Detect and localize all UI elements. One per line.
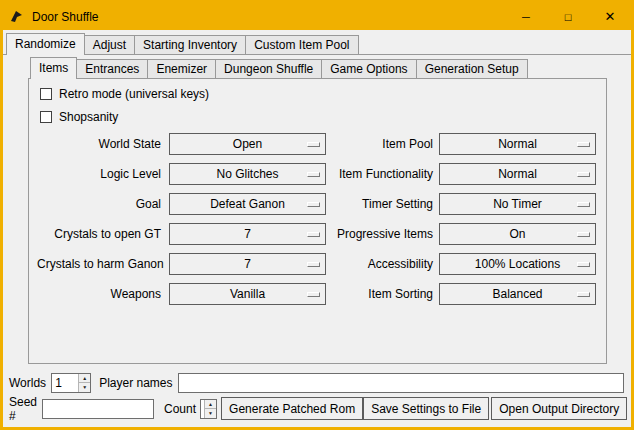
crystals-open-gt-dropdown[interactable]: 7 <box>169 223 326 245</box>
spin-up-icon[interactable]: ▲ <box>79 374 90 383</box>
save-settings-button[interactable]: Save Settings to File <box>363 397 489 420</box>
progressive-items-label: Progressive Items <box>326 227 433 241</box>
crystals-harm-ganon-dropdown[interactable]: 7 <box>169 253 326 275</box>
weapons-dropdown[interactable]: Vanilla <box>169 283 326 305</box>
option-row: Goal Defeat Ganon Timer Setting No Timer <box>37 193 606 215</box>
goal-label: Goal <box>37 197 161 211</box>
goal-dropdown[interactable]: Defeat Ganon <box>169 193 326 215</box>
dropdown-indicator-icon <box>307 232 320 237</box>
dropdown-indicator-icon <box>577 262 590 267</box>
tab-generation-setup[interactable]: Generation Setup <box>416 59 528 79</box>
items-pane: Retro mode (universal keys) Shopsanity W… <box>28 78 607 364</box>
worlds-label: Worlds <box>9 376 46 390</box>
dropdown-indicator-icon <box>577 292 590 297</box>
crystals-open-gt-label: Crystals to open GT <box>37 227 161 241</box>
seed-input[interactable] <box>42 399 154 419</box>
item-sorting-dropdown[interactable]: Balanced <box>439 283 596 305</box>
count-spinbox[interactable]: ▲ ▼ <box>200 399 217 419</box>
tab-adjust[interactable]: Adjust <box>84 35 135 55</box>
progressive-items-dropdown[interactable]: On <box>439 223 596 245</box>
dropdown-indicator-icon <box>307 142 320 147</box>
item-functionality-label: Item Functionality <box>326 167 433 181</box>
spin-down-icon[interactable]: ▼ <box>205 408 216 418</box>
sub-tab-bar: Items Entrances Enemizer Dungeon Shuffle… <box>30 57 527 79</box>
dropdown-value: 7 <box>244 257 251 271</box>
weapons-label: Weapons <box>37 287 161 301</box>
dropdown-indicator-icon <box>307 292 320 297</box>
dropdown-value: No Glitches <box>216 167 278 181</box>
dropdown-indicator-icon <box>307 262 320 267</box>
seed-label: Seed # <box>9 395 37 423</box>
close-icon[interactable]: ✕ <box>589 3 631 30</box>
dropdown-value: Vanilla <box>230 287 265 301</box>
player-names-input[interactable] <box>178 373 625 393</box>
seed-row: Seed # Count ▲ ▼ Generate Patched Rom Sa… <box>9 397 624 420</box>
titlebar: Door Shuffle ─ □ ✕ <box>3 3 631 30</box>
worlds-spinbox[interactable]: ▲ ▼ <box>51 373 91 393</box>
tab-game-options[interactable]: Game Options <box>321 59 416 79</box>
shopsanity-checkbox[interactable] <box>40 111 52 123</box>
option-row: Crystals to open GT 7 Progressive Items … <box>37 223 606 245</box>
dropdown-value: No Timer <box>493 197 542 211</box>
generate-patched-rom-button[interactable]: Generate Patched Rom <box>221 397 363 420</box>
retro-mode-label: Retro mode (universal keys) <box>59 87 209 101</box>
open-output-directory-button[interactable]: Open Output Directory <box>491 397 627 420</box>
shopsanity-label: Shopsanity <box>59 110 118 124</box>
dropdown-value: On <box>509 227 525 241</box>
item-pool-label: Item Pool <box>326 137 433 151</box>
retro-mode-row: Retro mode (universal keys) <box>40 87 209 101</box>
window-controls: ─ □ ✕ <box>505 3 631 30</box>
dropdown-value: 100% Locations <box>475 257 560 271</box>
item-sorting-label: Item Sorting <box>326 287 433 301</box>
dropdown-indicator-icon <box>577 202 590 207</box>
maximize-icon[interactable]: □ <box>547 3 589 30</box>
tab-starting-inventory[interactable]: Starting Inventory <box>134 35 246 55</box>
tab-randomize[interactable]: Randomize <box>6 33 85 55</box>
count-label: Count <box>164 402 196 416</box>
timer-setting-dropdown[interactable]: No Timer <box>439 193 596 215</box>
count-spin-buttons: ▲ ▼ <box>204 400 216 418</box>
dropdown-value: Defeat Ganon <box>210 197 285 211</box>
crystals-harm-ganon-label: Crystals to harm Ganon <box>37 257 161 271</box>
option-row: Logic Level No Glitches Item Functionali… <box>37 163 606 185</box>
dropdown-value: Open <box>233 137 262 151</box>
accessibility-dropdown[interactable]: 100% Locations <box>439 253 596 275</box>
dropdown-value: Normal <box>498 137 537 151</box>
app-icon <box>9 9 24 24</box>
shopsanity-row: Shopsanity <box>40 110 118 124</box>
item-functionality-dropdown[interactable]: Normal <box>439 163 596 185</box>
dropdown-indicator-icon <box>577 172 590 177</box>
worlds-spin-buttons: ▲ ▼ <box>78 374 90 392</box>
tab-entrances[interactable]: Entrances <box>76 59 148 79</box>
spin-up-icon[interactable]: ▲ <box>205 400 216 409</box>
minimize-icon[interactable]: ─ <box>505 3 547 30</box>
dropdown-value: Balanced <box>492 287 542 301</box>
dropdown-indicator-icon <box>577 142 590 147</box>
tab-items[interactable]: Items <box>30 57 77 79</box>
retro-mode-checkbox[interactable] <box>40 88 52 100</box>
dropdown-indicator-icon <box>307 202 320 207</box>
option-row: Weapons Vanilla Item Sorting Balanced <box>37 283 606 305</box>
dropdown-indicator-icon <box>577 232 590 237</box>
tab-enemizer[interactable]: Enemizer <box>147 59 216 79</box>
logic-level-label: Logic Level <box>37 167 161 181</box>
main-tab-bar: Randomize Adjust Starting Inventory Cust… <box>6 33 358 55</box>
logic-level-dropdown[interactable]: No Glitches <box>169 163 326 185</box>
accessibility-label: Accessibility <box>326 257 433 271</box>
option-row: Crystals to harm Ganon 7 Accessibility 1… <box>37 253 606 275</box>
spin-down-icon[interactable]: ▼ <box>79 382 90 392</box>
option-row: World State Open Item Pool Normal <box>37 133 606 155</box>
item-pool-dropdown[interactable]: Normal <box>439 133 596 155</box>
worlds-input[interactable] <box>52 374 78 392</box>
world-state-dropdown[interactable]: Open <box>169 133 326 155</box>
timer-setting-label: Timer Setting <box>326 197 433 211</box>
worlds-row: Worlds ▲ ▼ Player names <box>9 372 624 393</box>
dropdown-value: 7 <box>244 227 251 241</box>
tab-custom-item-pool[interactable]: Custom Item Pool <box>245 35 358 55</box>
world-state-label: World State <box>37 137 161 151</box>
tab-dungeon-shuffle[interactable]: Dungeon Shuffle <box>215 59 322 79</box>
option-rows: World State Open Item Pool Normal Logic … <box>37 133 606 313</box>
dropdown-value: Normal <box>498 167 537 181</box>
window-title: Door Shuffle <box>32 10 99 24</box>
app-window: Door Shuffle ─ □ ✕ Randomize Adjust Star… <box>0 0 634 430</box>
